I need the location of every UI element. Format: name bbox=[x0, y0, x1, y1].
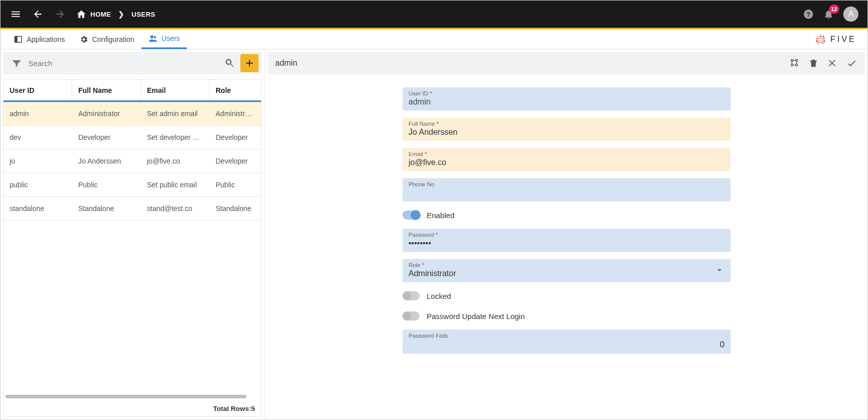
close-icon[interactable] bbox=[827, 57, 839, 69]
table-cell: dev bbox=[4, 133, 72, 141]
filter-icon[interactable] bbox=[8, 55, 25, 72]
grid-footer: Total Rows: 5 bbox=[4, 400, 261, 416]
table-cell: Developer bbox=[72, 133, 141, 141]
col-role[interactable]: Role bbox=[210, 80, 261, 100]
svg-point-14 bbox=[796, 64, 798, 66]
table-row[interactable]: devDeveloperSet developer em…Developer bbox=[4, 126, 261, 149]
trash-icon[interactable] bbox=[807, 57, 820, 69]
table-cell: Administrator bbox=[210, 110, 261, 118]
table-cell: Set admin email bbox=[141, 110, 210, 118]
table-row[interactable]: adminAdministratorSet admin emailAdminis… bbox=[4, 102, 261, 126]
toggle-icon bbox=[402, 311, 420, 321]
table-cell: Jo Anderssen bbox=[72, 157, 141, 165]
notification-badge: 12 bbox=[829, 5, 839, 14]
chevron-right-icon: ❯ bbox=[118, 10, 125, 18]
table-row[interactable]: standaloneStandalonestand@test.coStandal… bbox=[4, 197, 261, 221]
switch-pwd-next[interactable]: Password Update Next Login bbox=[402, 309, 731, 323]
tab-configuration[interactable]: Configuration bbox=[72, 29, 141, 49]
tab-applications[interactable]: Applications bbox=[7, 29, 72, 49]
users-grid: User ID Full Name Email Role adminAdmini… bbox=[3, 79, 262, 417]
app-logo: FIVE bbox=[815, 34, 861, 45]
list-pane: User ID Full Name Email Role adminAdmini… bbox=[0, 49, 265, 420]
detail-header: admin bbox=[268, 52, 865, 74]
search-toolbar bbox=[3, 52, 262, 74]
field-password-fails[interactable]: Password Fails 0 bbox=[402, 330, 731, 354]
breadcrumb-home[interactable]: HOME bbox=[90, 11, 111, 18]
table-cell: standalone bbox=[4, 204, 72, 213]
table-row[interactable]: publicPublicSet public emailPublic bbox=[4, 173, 261, 197]
table-cell: jo bbox=[4, 157, 72, 165]
main-split: User ID Full Name Email Role adminAdmini… bbox=[0, 49, 868, 420]
search-input[interactable] bbox=[25, 57, 221, 70]
table-cell: Developer bbox=[210, 157, 261, 165]
table-cell: admin bbox=[4, 110, 72, 118]
breadcrumb: HOME ❯ USERS bbox=[76, 9, 156, 19]
grid-body: adminAdministratorSet admin emailAdminis… bbox=[4, 102, 261, 392]
tab-bar: Applications Configuration Users FIVE bbox=[1, 29, 867, 49]
grid-hscroll[interactable] bbox=[4, 392, 261, 400]
chevron-down-icon bbox=[714, 265, 725, 275]
table-cell: public bbox=[4, 181, 72, 189]
field-phone[interactable]: Phone No bbox=[402, 178, 731, 201]
back-icon[interactable] bbox=[32, 8, 44, 20]
home-icon[interactable] bbox=[76, 9, 86, 19]
grid-header: User ID Full Name Email Role bbox=[4, 80, 261, 102]
detail-form: User ID * admin Full Name * Jo Anderssen… bbox=[265, 74, 868, 420]
col-full-name[interactable]: Full Name bbox=[72, 80, 141, 100]
table-cell: stand@test.co bbox=[141, 204, 210, 213]
group-icon[interactable] bbox=[788, 57, 800, 69]
svg-point-12 bbox=[796, 59, 798, 61]
top-bar: HOME ❯ USERS ? 12 A bbox=[1, 1, 867, 28]
svg-point-8 bbox=[823, 35, 825, 37]
field-password[interactable]: Password * •••••••• bbox=[402, 229, 731, 252]
breadcrumb-current: USERS bbox=[132, 11, 156, 18]
table-cell: Set public email bbox=[141, 181, 210, 189]
col-email[interactable]: Email bbox=[141, 80, 210, 100]
search-icon[interactable] bbox=[221, 55, 238, 72]
add-button[interactable] bbox=[240, 54, 259, 72]
detail-title: admin bbox=[275, 59, 297, 68]
tab-users[interactable]: Users bbox=[141, 29, 187, 49]
table-row[interactable]: joJo Anderssenjo@five.coDeveloper bbox=[4, 149, 261, 173]
table-cell: Public bbox=[210, 181, 261, 189]
svg-point-4 bbox=[150, 35, 154, 38]
svg-point-9 bbox=[824, 40, 826, 42]
table-cell: Developer bbox=[210, 133, 261, 141]
help-icon[interactable]: ? bbox=[803, 9, 814, 20]
table-cell: Set developer em… bbox=[141, 133, 210, 141]
forward-icon bbox=[54, 8, 66, 20]
detail-pane: admin User ID * admin bbox=[265, 49, 868, 420]
svg-point-5 bbox=[154, 36, 156, 39]
svg-point-10 bbox=[816, 40, 818, 42]
notifications-icon[interactable]: 12 bbox=[823, 9, 834, 20]
field-role[interactable]: Role * Administrator bbox=[402, 259, 731, 282]
check-icon[interactable] bbox=[846, 57, 858, 69]
table-cell: Standalone bbox=[72, 204, 141, 213]
svg-point-11 bbox=[791, 59, 793, 61]
svg-point-13 bbox=[791, 64, 793, 66]
svg-text:?: ? bbox=[806, 11, 810, 18]
menu-icon[interactable] bbox=[10, 8, 22, 20]
table-cell: Public bbox=[72, 181, 141, 189]
switch-locked[interactable]: Locked bbox=[402, 289, 731, 302]
avatar[interactable]: A bbox=[843, 7, 858, 22]
svg-point-7 bbox=[817, 35, 819, 37]
toggle-icon bbox=[402, 291, 420, 300]
col-user-id[interactable]: User ID bbox=[4, 80, 72, 100]
table-cell: Standalone bbox=[210, 204, 261, 213]
table-cell: jo@five.co bbox=[141, 157, 210, 165]
switch-enabled[interactable]: Enabled bbox=[402, 208, 731, 222]
table-cell: Administrator bbox=[72, 110, 141, 118]
field-email[interactable]: Email * jo@five.co bbox=[402, 148, 731, 171]
field-full-name[interactable]: Full Name * Jo Anderssen bbox=[402, 118, 731, 141]
toggle-icon bbox=[402, 211, 420, 220]
field-user-id: User ID * admin bbox=[402, 87, 731, 111]
svg-rect-3 bbox=[15, 36, 17, 42]
